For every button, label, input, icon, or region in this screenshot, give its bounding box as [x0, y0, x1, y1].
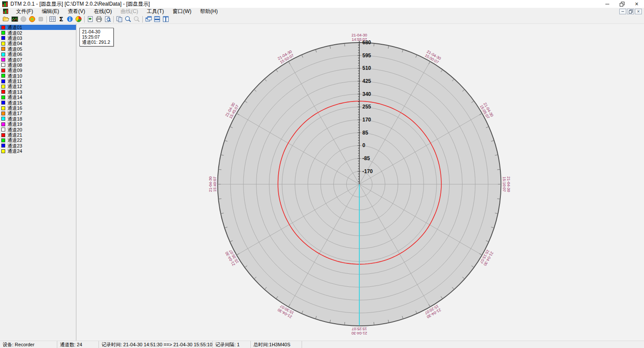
tooltip-line: 15:25:07	[82, 34, 110, 39]
print-preview-button[interactable]	[103, 15, 112, 23]
channel-list-item[interactable]: 通道14	[0, 95, 76, 100]
menu-item[interactable]: 帮助(H)	[196, 8, 222, 15]
channel-list-item[interactable]: 通道19	[0, 121, 76, 127]
statistics-button[interactable]: Σ	[57, 15, 66, 23]
tile-horizontal-button[interactable]	[153, 15, 161, 23]
channel-label: 通道24	[7, 148, 22, 154]
child-close-button[interactable]: ×	[635, 9, 642, 14]
toolbar-separator	[142, 16, 143, 23]
channel-label: 通道23	[7, 143, 22, 148]
channel-list-item[interactable]: 通道17	[0, 111, 76, 116]
channel-label: 通道14	[7, 95, 22, 100]
channel-list-item[interactable]: 通道06	[0, 52, 76, 57]
menu-item[interactable]: 文件(F)	[12, 8, 37, 15]
channel-color-swatch	[1, 85, 5, 89]
channel-list-item[interactable]: 通道24	[0, 148, 76, 154]
restore-button[interactable]	[614, 0, 629, 8]
menu-item[interactable]: 窗口(W)	[168, 8, 196, 15]
svg-text:15:40:07: 15:40:07	[213, 177, 217, 192]
channel-list-item[interactable]: 通道15	[0, 100, 76, 105]
channel-list-item[interactable]: 通道18	[0, 116, 76, 121]
channel-label: 通道15	[7, 100, 22, 105]
tile-vertical-button[interactable]	[161, 15, 170, 23]
toolbar-separator	[113, 16, 114, 23]
open-file-button[interactable]	[2, 15, 10, 23]
curve-chart-icon	[11, 16, 18, 23]
channel-list-item[interactable]: 通道05	[0, 46, 76, 52]
dial-chart[interactable]: 680595510425340255170850-85-17021-04-301…	[76, 24, 644, 341]
channel-list-item[interactable]: 通道11	[0, 79, 76, 84]
channel-list-item[interactable]: 通道16	[0, 105, 76, 111]
print-button[interactable]	[95, 15, 103, 23]
channel-color-swatch	[1, 95, 5, 99]
channel-label: 通道06	[7, 52, 22, 57]
cascade-windows-button[interactable]	[144, 15, 153, 23]
pie-chart-button[interactable]	[74, 15, 83, 23]
zoom-out-button	[132, 15, 141, 23]
info-icon	[66, 16, 73, 23]
export-page-icon	[87, 16, 94, 23]
sigma-icon: Σ	[58, 16, 65, 23]
channel-list-item[interactable]: 通道13	[0, 89, 76, 95]
channel-color-swatch	[1, 36, 5, 40]
child-minimize-button[interactable]	[619, 9, 626, 14]
channel-list-item[interactable]: 通道22	[0, 138, 76, 143]
zoom-button[interactable]	[124, 15, 132, 23]
channel-list-item[interactable]: 通道20	[0, 127, 76, 132]
channel-label: 通道07	[7, 57, 22, 62]
svg-text:-170: -170	[362, 168, 373, 174]
magnifier-disabled-icon	[133, 16, 140, 23]
svg-text:340: 340	[362, 91, 371, 97]
channel-list-item[interactable]: 通道10	[0, 73, 76, 79]
close-icon: ×	[635, 2, 638, 6]
channel-color-swatch	[1, 31, 5, 35]
svg-text:0: 0	[362, 142, 365, 148]
menu-item[interactable]: 工具(T)	[142, 8, 168, 15]
channel-list-item[interactable]: 通道12	[0, 84, 76, 89]
status-section	[302, 341, 644, 348]
table-view-button[interactable]	[48, 15, 57, 23]
channel-label: 通道13	[7, 89, 22, 95]
channel-list-item[interactable]: 通道07	[0, 57, 76, 62]
close-button[interactable]: ×	[629, 0, 644, 8]
svg-text:Σ: Σ	[59, 16, 63, 23]
stop-icon	[37, 16, 44, 23]
circle-icon	[20, 16, 27, 23]
menu-item[interactable]: 查看(V)	[63, 8, 89, 15]
svg-text:255: 255	[362, 104, 371, 110]
channel-list-item[interactable]: 通道09	[0, 68, 76, 73]
channel-label: 通道22	[7, 138, 22, 143]
menu-item[interactable]: 在线(O)	[89, 8, 116, 15]
channel-list-item[interactable]: 通道01	[0, 25, 76, 30]
channel-label: 通道01	[7, 25, 22, 30]
curve-view-button[interactable]	[10, 15, 19, 23]
time-label: 21-04-3015:25:07	[352, 327, 367, 335]
child-window-controls: ×	[619, 9, 642, 14]
info-button[interactable]	[66, 15, 74, 23]
copy-icon	[116, 16, 123, 23]
channel-list-item[interactable]: 通道04	[0, 41, 76, 46]
channel-list-item[interactable]: 通道21	[0, 132, 76, 138]
child-minimize-icon	[621, 11, 624, 12]
channel-list-item[interactable]: 通道23	[0, 143, 76, 148]
menu-items: 文件(F)编辑(E)查看(V)在线(O)曲线(C)工具(T)窗口(W)帮助(H)	[12, 8, 222, 15]
print-preview-icon	[104, 16, 111, 23]
svg-text:21-04-30: 21-04-30	[506, 176, 511, 192]
tile-vertical-icon	[162, 16, 169, 23]
channel-label: 通道17	[7, 111, 22, 116]
folder-open-icon	[3, 16, 10, 23]
menu-bar: 文件(F)编辑(E)查看(V)在线(O)曲线(C)工具(T)窗口(W)帮助(H)…	[0, 8, 644, 15]
svg-text:510: 510	[362, 65, 371, 71]
play-button	[19, 15, 28, 23]
record-button[interactable]	[28, 15, 36, 23]
child-restore-button[interactable]	[627, 9, 634, 14]
channel-list-item[interactable]: 通道02	[0, 30, 76, 35]
menu-item[interactable]: 编辑(E)	[37, 8, 63, 15]
channel-list-item[interactable]: 通道08	[0, 62, 76, 68]
minimize-button[interactable]	[600, 0, 614, 8]
svg-text:595: 595	[362, 53, 371, 59]
copy-button[interactable]	[115, 15, 124, 23]
channel-label: 通道02	[7, 30, 22, 36]
export-button[interactable]	[86, 15, 95, 23]
channel-list-item[interactable]: 通道03	[0, 36, 76, 41]
